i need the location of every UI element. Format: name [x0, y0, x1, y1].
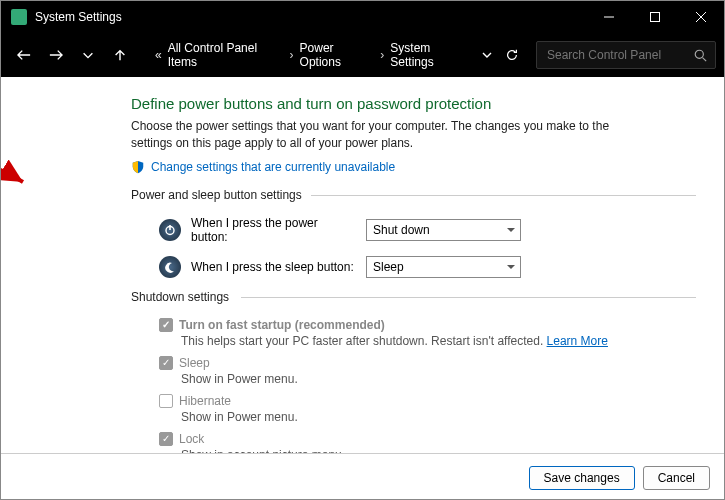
minimize-button[interactable] — [586, 1, 632, 33]
sleep-button-label: When I press the sleep button: — [191, 260, 356, 274]
section-heading-shutdown: Shutdown settings — [131, 290, 696, 304]
power-button-label: When I press the power button: — [191, 216, 356, 244]
hibernate-option-description: Show in Power menu. — [181, 410, 696, 424]
change-settings-link[interactable]: Change settings that are currently unava… — [151, 160, 395, 174]
app-icon — [11, 9, 27, 25]
annotation-arrow — [1, 146, 33, 200]
refresh-button[interactable] — [498, 48, 526, 62]
page-heading: Define power buttons and turn on passwor… — [131, 95, 696, 112]
content-area: Define power buttons and turn on passwor… — [1, 77, 724, 453]
svg-line-5 — [703, 57, 707, 61]
cancel-button[interactable]: Cancel — [643, 466, 710, 490]
svg-point-4 — [695, 50, 703, 58]
power-button-select[interactable]: Shut down — [366, 219, 521, 241]
search-box[interactable] — [536, 41, 716, 69]
learn-more-link[interactable]: Learn More — [547, 334, 608, 348]
fast-startup-checkbox[interactable]: ✓ — [159, 318, 173, 332]
breadcrumb-item[interactable]: All Control Panel Items — [164, 41, 288, 69]
chevron-right-icon: › — [288, 48, 296, 62]
navigation-toolbar: « All Control Panel Items › Power Option… — [1, 33, 724, 77]
search-input[interactable] — [545, 47, 685, 63]
sleep-button-select[interactable]: Sleep — [366, 256, 521, 278]
power-icon — [159, 219, 181, 241]
breadcrumb-item[interactable]: Power Options — [296, 41, 379, 69]
sleep-option-label: Sleep — [179, 356, 210, 370]
close-button[interactable] — [678, 1, 724, 33]
svg-rect-1 — [651, 13, 660, 22]
hibernate-checkbox[interactable] — [159, 394, 173, 408]
up-button[interactable] — [105, 40, 135, 70]
breadcrumb-item[interactable]: System Settings — [386, 41, 476, 69]
fast-startup-description: This helps start your PC faster after sh… — [181, 334, 696, 348]
recent-locations-button[interactable] — [73, 40, 103, 70]
chevron-right-icon: › — [378, 48, 386, 62]
window-title: System Settings — [35, 10, 122, 24]
breadcrumb-dropdown[interactable] — [477, 50, 498, 60]
footer-bar: Save changes Cancel — [1, 453, 724, 500]
save-changes-button[interactable]: Save changes — [529, 466, 635, 490]
lock-option-label: Lock — [179, 432, 204, 446]
back-button[interactable] — [9, 40, 39, 70]
breadcrumb-prefix: « — [155, 48, 164, 62]
fast-startup-label: Turn on fast startup (recommended) — [179, 318, 385, 332]
sleep-option-description: Show in Power menu. — [181, 372, 696, 386]
lock-checkbox[interactable]: ✓ — [159, 432, 173, 446]
maximize-button[interactable] — [632, 1, 678, 33]
sleep-checkbox[interactable]: ✓ — [159, 356, 173, 370]
search-icon — [694, 49, 707, 62]
forward-button[interactable] — [41, 40, 71, 70]
hibernate-option-label: Hibernate — [179, 394, 231, 408]
breadcrumb[interactable]: « All Control Panel Items › Power Option… — [145, 40, 526, 70]
page-description: Choose the power settings that you want … — [131, 118, 651, 152]
sleep-icon — [159, 256, 181, 278]
shield-icon — [131, 160, 145, 174]
lock-option-description: Show in account picture menu. — [181, 448, 696, 453]
title-bar: System Settings — [1, 1, 724, 33]
section-heading-power: Power and sleep button settings — [131, 188, 696, 202]
